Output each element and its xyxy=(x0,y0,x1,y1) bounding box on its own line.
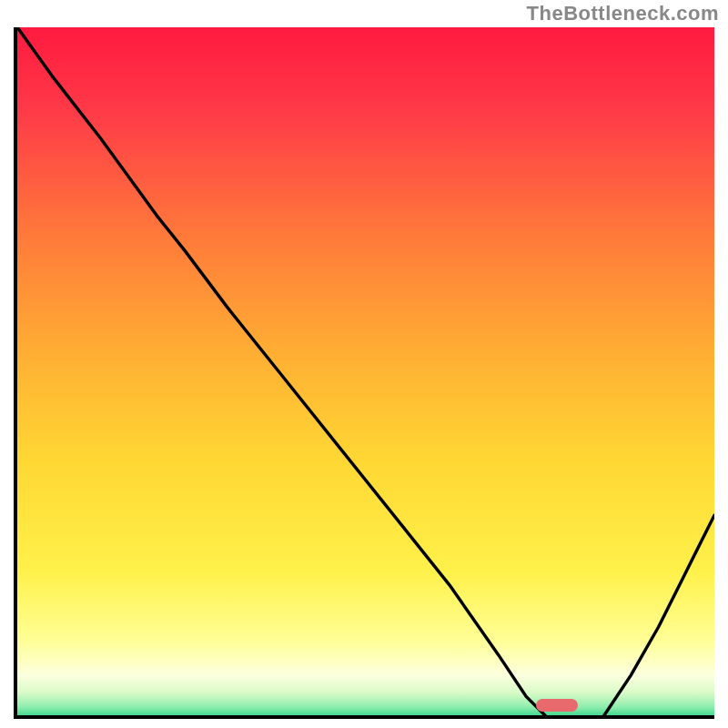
optimal-marker xyxy=(536,699,578,712)
bottleneck-curve xyxy=(17,27,714,719)
chart-plot-area xyxy=(14,27,714,719)
watermark-text: TheBottleneck.com xyxy=(527,2,719,25)
